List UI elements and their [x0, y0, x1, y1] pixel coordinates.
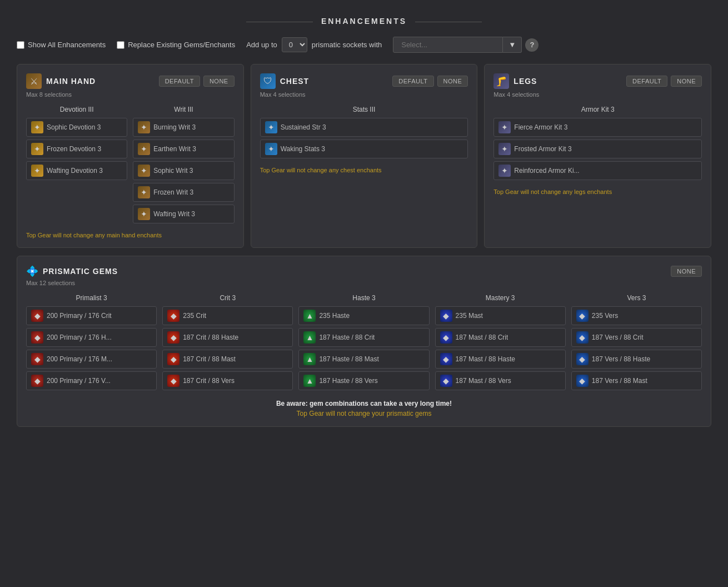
legs-none-btn[interactable]: NONE — [671, 76, 702, 87]
list-item[interactable]: ◆187 Crit / 88 Vers — [162, 371, 293, 390]
gem-item-label: 187 Vers / 88 Haste — [592, 355, 650, 363]
list-item[interactable]: ◆235 Vers — [571, 306, 702, 325]
gem-col-haste-3: Haste 3▲235 Haste▲187 Haste / 88 Crit▲18… — [298, 294, 429, 393]
list-item[interactable]: ◆187 Vers / 88 Crit — [571, 328, 702, 347]
list-item[interactable]: ◆235 Mast — [435, 306, 566, 325]
gems-none-btn[interactable]: NONE — [671, 266, 702, 277]
legs-actions: DEFAULT NONE — [626, 76, 702, 87]
gems-header: 💠 PRISMATIC GEMS NONE — [26, 265, 702, 277]
chest-actions: DEFAULT NONE — [392, 76, 468, 87]
main-hand-default-btn[interactable]: DEFAULT — [159, 76, 200, 87]
wafting-writ-icon: ✦ — [138, 208, 150, 220]
stats-col-header: Stats III — [260, 106, 468, 113]
gems-warning: Be aware: gem combinations can take a ve… — [26, 400, 702, 407]
gems-title: PRISMATIC GEMS — [43, 267, 118, 276]
fierce-armor-label: Fierce Armor Kit 3 — [514, 123, 567, 131]
list-item[interactable]: ✦ Wafting Devotion 3 — [26, 161, 127, 180]
gem-col-vers-3: Vers 3◆235 Vers◆187 Vers / 88 Crit◆187 V… — [571, 294, 702, 393]
gems-footer: Be aware: gem combinations can take a ve… — [26, 400, 702, 417]
gem-vers-icon: ◆ — [576, 331, 589, 344]
main-hand-title: MAIN HAND — [46, 77, 96, 86]
legs-armor-col: Armor Kit 3 ✦ Fierce Armor Kit 3 ✦ Frost… — [493, 106, 702, 183]
list-item[interactable]: ◆187 Mast / 88 Haste — [435, 350, 566, 369]
list-item[interactable]: ✦ Burning Writ 3 — [133, 118, 234, 137]
gem-item-label: 187 Haste / 88 Crit — [319, 334, 375, 341]
fierce-armor-icon: ✦ — [498, 121, 511, 133]
chest-default-btn[interactable]: DEFAULT — [392, 76, 433, 87]
list-item[interactable]: ◆200 Primary / 176 H... — [26, 328, 157, 347]
prismatic-sockets-label: prismatic sockets with — [312, 41, 382, 49]
gem-item-label: 200 Primary / 176 Crit — [47, 312, 112, 320]
gem-col-mastery-3: Mastery 3◆235 Mast◆187 Mast / 88 Crit◆18… — [435, 294, 566, 393]
burning-writ-icon: ✦ — [138, 121, 150, 133]
list-item[interactable]: ✦ Frozen Writ 3 — [133, 183, 234, 202]
main-hand-none-btn[interactable]: NONE — [203, 76, 235, 87]
replace-input[interactable] — [117, 41, 124, 49]
list-item[interactable]: ◆187 Vers / 88 Mast — [571, 371, 702, 390]
list-item[interactable]: ✦ Sophic Writ 3 — [133, 161, 234, 180]
list-item[interactable]: ◆200 Primary / 176 M... — [26, 350, 157, 369]
frosted-armor-label: Frosted Armor Kit 3 — [514, 145, 571, 153]
list-item[interactable]: ▲187 Haste / 88 Mast — [298, 350, 429, 369]
gem-item-label: 200 Primary / 176 M... — [47, 355, 112, 363]
legs-no-change: Top Gear will not change any legs enchan… — [493, 188, 702, 195]
gem-col-header: Crit 3 — [162, 294, 293, 302]
chest-none-btn[interactable]: NONE — [437, 76, 468, 87]
prismatic-dropdown-btn[interactable]: ▼ — [503, 37, 522, 53]
gem-col-header: Mastery 3 — [435, 294, 566, 302]
help-button[interactable]: ? — [525, 38, 538, 52]
enchant-grid: ⚔ MAIN HAND DEFAULT NONE Max 8 selection… — [17, 64, 711, 248]
gem-primalist-icon: ◆ — [31, 310, 43, 322]
gem-item-label: 187 Mast / 88 Vers — [456, 377, 511, 385]
list-item[interactable]: ▲235 Haste — [298, 306, 429, 325]
main-hand-panel: ⚔ MAIN HAND DEFAULT NONE Max 8 selection… — [17, 64, 244, 248]
waking-stats-label: Waking Stats 3 — [281, 145, 325, 153]
frozen-devotion-label: Frozen Devotion 3 — [47, 145, 101, 153]
list-item[interactable]: ◆187 Mast / 88 Vers — [435, 371, 566, 390]
list-item[interactable]: ◆187 Crit / 88 Haste — [162, 328, 293, 347]
show-all-input[interactable] — [17, 41, 24, 49]
legs-panel: 🦵 LEGS DEFAULT NONE Max 4 selections Arm… — [484, 64, 711, 248]
gem-crit-icon: ◆ — [167, 310, 179, 322]
gem-haste-icon: ▲ — [303, 353, 316, 365]
gem-crit-icon: ◆ — [167, 353, 179, 365]
legs-default-btn[interactable]: DEFAULT — [626, 76, 667, 87]
gem-item-label: 187 Haste / 88 Mast — [319, 355, 378, 363]
frozen-writ-icon: ✦ — [138, 186, 150, 198]
list-item[interactable]: ✦ Reinforced Armor Ki... — [493, 161, 702, 180]
list-item[interactable]: ▲187 Haste / 88 Vers — [298, 371, 429, 390]
list-item[interactable]: ◆187 Crit / 88 Mast — [162, 350, 293, 369]
gem-item-label: 235 Mast — [456, 312, 483, 320]
gem-item-label: 235 Crit — [183, 312, 206, 320]
gem-vers-icon: ◆ — [576, 353, 589, 365]
gem-item-label: 187 Crit / 88 Mast — [183, 355, 236, 363]
earthen-writ-label: Earthen Writ 3 — [153, 145, 196, 153]
list-item[interactable]: ✦ Wafting Writ 3 — [133, 205, 234, 223]
frozen-devotion-icon: ✦ — [31, 143, 43, 155]
prismatic-with-input[interactable] — [393, 37, 503, 53]
list-item[interactable]: ◆235 Crit — [162, 306, 293, 325]
list-item[interactable]: ✦ Earthen Writ 3 — [133, 140, 234, 158]
chest-columns: Stats III ✦ Sustained Str 3 ✦ Waking Sta… — [260, 106, 468, 161]
list-item[interactable]: ◆187 Vers / 88 Haste — [571, 350, 702, 369]
list-item[interactable]: ✦ Fierce Armor Kit 3 — [493, 118, 702, 137]
list-item[interactable]: ✦ Sustained Str 3 — [260, 118, 468, 137]
list-item[interactable]: ✦ Frozen Devotion 3 — [26, 140, 127, 158]
list-item[interactable]: ◆200 Primary / 176 Crit — [26, 306, 157, 325]
list-item[interactable]: ✦ Frosted Armor Kit 3 — [493, 140, 702, 158]
show-all-checkbox[interactable]: Show All Enhancements — [17, 41, 106, 49]
list-item[interactable]: ▲187 Haste / 88 Crit — [298, 328, 429, 347]
list-item[interactable]: ✦ Waking Stats 3 — [260, 140, 468, 158]
gem-item-label: 187 Haste / 88 Vers — [319, 377, 377, 385]
list-item[interactable]: ✦ Sophic Devotion 3 — [26, 118, 127, 137]
list-item[interactable]: ◆187 Mast / 88 Crit — [435, 328, 566, 347]
gems-no-change: Top Gear will not change your prismatic … — [26, 410, 702, 417]
gem-item-label: 200 Primary / 176 H... — [47, 334, 112, 341]
replace-checkbox[interactable]: Replace Existing Gems/Enchants — [117, 41, 235, 49]
add-up-to-wrap: Add up to 0123 prismatic sockets with — [246, 37, 382, 52]
add-up-to-select[interactable]: 0123 — [282, 37, 307, 52]
writ-col-header: Writ III — [133, 106, 234, 113]
list-item[interactable]: ◆200 Primary / 176 V... — [26, 371, 157, 390]
gem-item-label: 187 Mast / 88 Crit — [456, 334, 508, 341]
gem-vers-icon: ◆ — [576, 310, 589, 322]
